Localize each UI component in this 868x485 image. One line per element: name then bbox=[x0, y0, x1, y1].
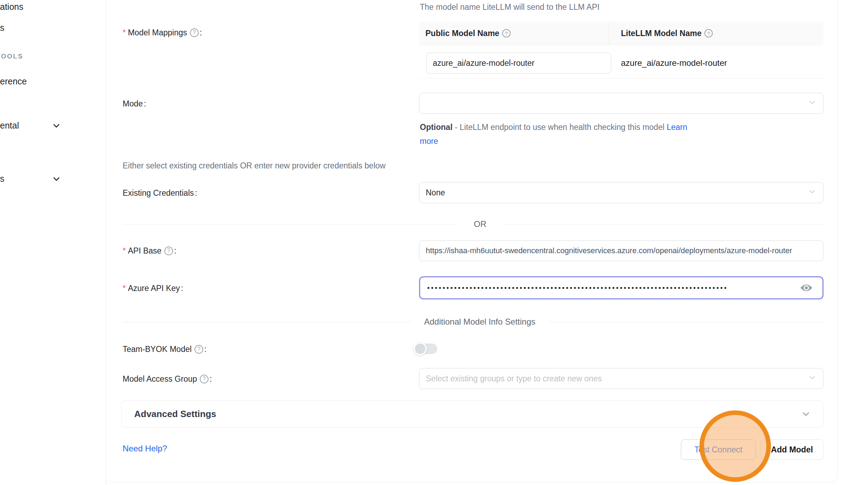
column-public-model-name: Public Model Name ? bbox=[419, 22, 608, 45]
eye-icon[interactable] bbox=[800, 283, 813, 293]
chevron-down-icon[interactable] bbox=[52, 174, 61, 185]
masked-password-value: ••••••••••••••••••••••••••••••••••••••••… bbox=[420, 284, 728, 292]
sidebar-item-ations[interactable]: ations bbox=[0, 1, 23, 13]
info-divider-line-right bbox=[548, 322, 823, 322]
help-icon[interactable]: ? bbox=[164, 247, 173, 255]
sidebar: ations s TOOLS erence ental s bbox=[0, 0, 106, 485]
mode-help-text: Optional - LiteLLM endpoint to use when … bbox=[420, 120, 711, 148]
chevron-down-icon[interactable] bbox=[52, 121, 61, 132]
toggle-knob bbox=[414, 342, 427, 355]
credentials-note: Either select existing credentials OR en… bbox=[123, 160, 385, 172]
litellm-model-name-value: azure_ai/azure-model-router bbox=[621, 57, 727, 69]
chevron-down-icon bbox=[808, 188, 816, 198]
existing-credentials-label: Existing Credentials: bbox=[123, 188, 197, 198]
azure-api-key-label: * Azure API Key : bbox=[123, 283, 183, 293]
info-divider-text: Additional Model Info Settings bbox=[411, 316, 548, 328]
help-icon[interactable]: ? bbox=[194, 345, 203, 354]
mode-label: Mode: bbox=[123, 98, 146, 109]
info-divider-line-left bbox=[123, 322, 411, 322]
sidebar-section-tools: TOOLS bbox=[0, 52, 23, 61]
help-icon[interactable]: ? bbox=[704, 29, 713, 37]
team-byok-label: Team-BYOK Model ? : bbox=[123, 344, 206, 354]
help-icon[interactable]: ? bbox=[200, 375, 209, 383]
sidebar-item-erence[interactable]: erence bbox=[0, 75, 27, 87]
api-base-label: * API Base ? : bbox=[123, 245, 176, 256]
litellm-model-name-hint: The model name LiteLLM will send to the … bbox=[420, 1, 600, 13]
or-divider-line-left bbox=[123, 224, 456, 224]
required-marker: * bbox=[123, 246, 126, 256]
column-litellm-model-name: LiteLLM Model Name ? bbox=[608, 22, 823, 45]
model-access-group-label: Model Access Group ? : bbox=[123, 374, 212, 384]
chevron-down-icon bbox=[808, 98, 816, 108]
required-marker: * bbox=[123, 284, 126, 293]
chevron-down-icon bbox=[808, 374, 816, 383]
need-help-link[interactable]: Need Help? bbox=[123, 443, 167, 455]
model-access-group-select[interactable]: Select existing groups or type to create… bbox=[419, 368, 823, 389]
existing-credentials-select[interactable]: None bbox=[419, 182, 823, 203]
learn-more-link[interactable]: more bbox=[420, 137, 438, 146]
chevron-down-icon bbox=[801, 409, 811, 418]
sidebar-item-ental[interactable]: ental bbox=[0, 119, 19, 131]
help-icon[interactable]: ? bbox=[502, 29, 511, 37]
model-mappings-table-header: Public Model Name ? LiteLLM Model Name ? bbox=[419, 22, 823, 45]
help-icon[interactable]: ? bbox=[190, 28, 199, 37]
select-placeholder: Select existing groups or type to create… bbox=[419, 374, 621, 383]
sidebar-item-s2[interactable]: s bbox=[0, 173, 5, 185]
learn-more-link[interactable]: Learn bbox=[667, 123, 687, 132]
add-model-page: ations s TOOLS erence ental s The model … bbox=[0, 0, 868, 485]
or-divider-text: OR bbox=[456, 218, 505, 230]
azure-api-key-input[interactable]: ••••••••••••••••••••••••••••••••••••••••… bbox=[419, 276, 823, 299]
team-byok-toggle[interactable] bbox=[415, 344, 437, 354]
sidebar-item-s[interactable]: s bbox=[0, 22, 5, 34]
advanced-settings-title: Advanced Settings bbox=[134, 409, 216, 420]
or-divider-line-right bbox=[505, 224, 823, 224]
required-marker: * bbox=[123, 28, 126, 37]
mode-select[interactable] bbox=[419, 93, 823, 114]
click-annotation-ring bbox=[699, 410, 771, 482]
public-model-name-input[interactable]: azure_ai/azure-model-router bbox=[426, 53, 611, 74]
api-base-input[interactable]: https://ishaa-mh6uutut-swedencentral.cog… bbox=[419, 240, 823, 261]
table-bottom-divider bbox=[419, 78, 823, 78]
model-mappings-label: * Model Mappings ? : bbox=[123, 27, 202, 38]
